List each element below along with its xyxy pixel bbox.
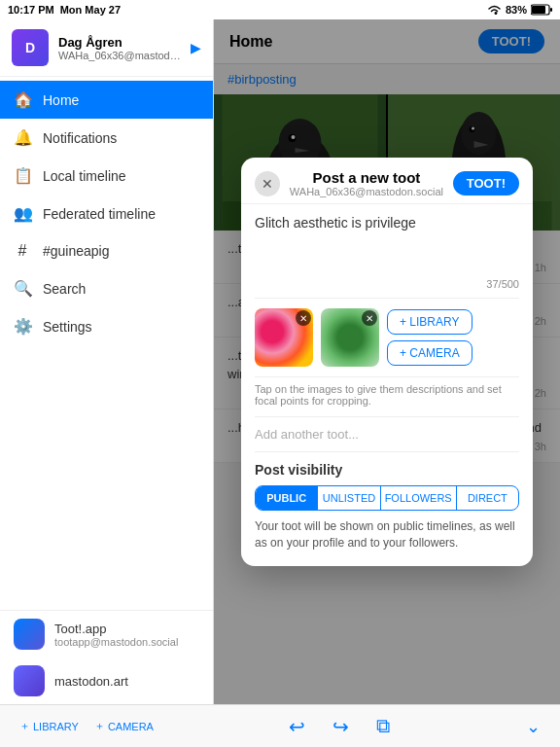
visibility-tabs: PUBLIC UNLISTED FOLLOWERS DIRECT (255, 485, 519, 511)
remove-media-2-button[interactable]: ✕ (362, 310, 377, 326)
sidebar-apps: Toot!.app tootapp@mastodon.social mastod… (0, 610, 213, 704)
account-arrow-icon: ▶ (191, 40, 201, 55)
char-count: 37/500 (255, 276, 519, 299)
bottom-right: ⌄ (526, 716, 541, 737)
app-item-mastodon-art[interactable]: mastodon.art (0, 658, 213, 704)
sidebar-item-label: Local timeline (43, 168, 126, 184)
sensitive-section: Hide sensitive content Hot take The cont… (255, 561, 519, 566)
settings-icon: ⚙️ (14, 317, 31, 336)
list-icon: 📋 (14, 166, 31, 185)
forward-icon: ↪ (332, 716, 349, 737)
plus-icon: ＋ (94, 719, 105, 733)
media-section: ✕ ✕ + LIBRARY + CAMERA (255, 299, 519, 377)
compose-textarea[interactable]: Glitch aesthetic is privilege (255, 214, 519, 272)
avatar: D (12, 29, 49, 66)
bottom-nav-actions: ↩ ↪ ⧉ (289, 715, 390, 738)
home-icon: 🏠 (14, 90, 31, 109)
svg-rect-1 (532, 6, 545, 14)
mastodon-art-icon (14, 665, 45, 696)
battery-icon (531, 4, 552, 16)
bottom-library-button[interactable]: ＋ LIBRARY (19, 719, 79, 733)
remove-media-1-button[interactable]: ✕ (296, 310, 311, 326)
camera-label: CAMERA (108, 721, 154, 732)
hash-icon: # (14, 242, 31, 260)
sidebar-item-guineapig[interactable]: # #guineapig (0, 232, 213, 269)
add-another-toot[interactable]: Add another toot... (255, 417, 519, 452)
modal-title-area: Post a new toot WAHa_06x36@mastodon.soci… (280, 169, 453, 197)
chevron-down-icon[interactable]: ⌄ (526, 716, 541, 737)
sidebar-item-search[interactable]: 🔍 Search (0, 269, 213, 307)
modal-title: Post a new toot (280, 169, 453, 186)
sidebar-item-label: Home (43, 92, 79, 108)
sidebar-item-local-timeline[interactable]: 📋 Local timeline (0, 157, 213, 195)
account-handle: WAHa_06x36@mastodon.social (58, 50, 181, 61)
globe-icon: 👥 (14, 204, 31, 223)
visibility-section: Post visibility PUBLIC UNLISTED FOLLOWER… (255, 452, 519, 561)
account-name: Dag Ågren (58, 35, 181, 50)
svg-rect-2 (550, 8, 552, 12)
sidebar-item-label: Notifications (43, 130, 117, 146)
toot-app-icon (14, 619, 45, 650)
modal-close-button[interactable]: ✕ (255, 171, 280, 196)
media-hint: Tap on the images to give them descripti… (255, 377, 519, 417)
sidebar-item-notifications[interactable]: 🔔 Notifications (0, 119, 213, 157)
sidebar-account[interactable]: D Dag Ågren WAHa_06x36@mastodon.social ▶ (0, 19, 213, 77)
app-layout: D Dag Ågren WAHa_06x36@mastodon.social ▶… (0, 19, 560, 704)
modal-toot-button[interactable]: TOOT! (453, 171, 519, 196)
modal-header: ✕ Post a new toot WAHa_06x36@mastodon.so… (241, 158, 533, 204)
app-item-toot[interactable]: Toot!.app tootapp@mastodon.social (0, 611, 213, 658)
sidebar-nav: 🏠 Home 🔔 Notifications 📋 Local timeline … (0, 77, 213, 610)
sidebar-item-label: #guineapig (43, 243, 110, 259)
media-actions: + LIBRARY + CAMERA (387, 308, 472, 367)
modal-body: Glitch aesthetic is privilege 37/500 ✕ ✕ (241, 204, 533, 566)
visibility-followers-tab[interactable]: FOLLOWERS (380, 486, 456, 510)
visibility-public-tab[interactable]: PUBLIC (256, 486, 317, 510)
tabs-button[interactable]: ⧉ (376, 715, 390, 737)
search-icon: 🔍 (14, 279, 31, 298)
modal-overlay: ✕ Post a new toot WAHa_06x36@mastodon.so… (214, 19, 560, 704)
tabs-icon: ⧉ (376, 715, 390, 736)
bell-icon: 🔔 (14, 128, 31, 147)
back-button[interactable]: ↩ (289, 715, 305, 738)
status-bar-right: 83% (487, 4, 552, 16)
battery-percent: 83% (506, 4, 527, 16)
bottom-bar: ＋ LIBRARY ＋ CAMERA ↩ ↪ ⧉ ⌄ (0, 704, 560, 747)
back-icon: ↩ (289, 716, 305, 737)
plus-icon: ＋ (19, 719, 30, 733)
modal-subtitle: WAHa_06x36@mastodon.social (280, 186, 453, 197)
sidebar-item-federated-timeline[interactable]: 👥 Federated timeline (0, 195, 213, 232)
sidebar: D Dag Ågren WAHa_06x36@mastodon.social ▶… (0, 19, 214, 704)
visibility-direct-tab[interactable]: DIRECT (456, 486, 518, 510)
status-bar: 10:17 PM Mon May 27 83% (0, 0, 560, 19)
day: Mon May 27 (60, 4, 121, 16)
camera-button[interactable]: + CAMERA (387, 340, 472, 366)
media-thumbnail-2[interactable]: ✕ (321, 308, 379, 367)
wifi-icon (487, 4, 502, 16)
bottom-media-actions: ＋ LIBRARY ＋ CAMERA (19, 719, 154, 733)
compose-modal: ✕ Post a new toot WAHa_06x36@mastodon.so… (241, 158, 533, 566)
library-button[interactable]: + LIBRARY (387, 309, 472, 335)
media-thumbnail-1[interactable]: ✕ (255, 308, 313, 367)
main-content: Home TOOT! #birbposting (214, 19, 560, 704)
time: 10:17 PM (8, 4, 54, 16)
bottom-camera-button[interactable]: ＋ CAMERA (94, 719, 154, 733)
sidebar-item-settings[interactable]: ⚙️ Settings (0, 307, 213, 345)
app-name: mastodon.art (54, 674, 128, 689)
visibility-label: Post visibility (255, 462, 519, 478)
app-handle: tootapp@mastodon.social (54, 636, 178, 648)
sidebar-item-label: Federated timeline (43, 206, 156, 222)
status-bar-left: 10:17 PM Mon May 27 (8, 4, 121, 16)
account-info: Dag Ågren WAHa_06x36@mastodon.social (58, 35, 181, 61)
visibility-unlisted-tab[interactable]: UNLISTED (317, 486, 379, 510)
sidebar-item-label: Settings (43, 319, 92, 335)
forward-button[interactable]: ↪ (332, 715, 349, 738)
app-name: Toot!.app (54, 622, 178, 636)
visibility-description: Your toot will be shown on public timeli… (255, 518, 519, 551)
library-label: LIBRARY (33, 721, 79, 732)
sidebar-item-label: Search (43, 281, 86, 297)
sidebar-item-home[interactable]: 🏠 Home (0, 81, 213, 119)
